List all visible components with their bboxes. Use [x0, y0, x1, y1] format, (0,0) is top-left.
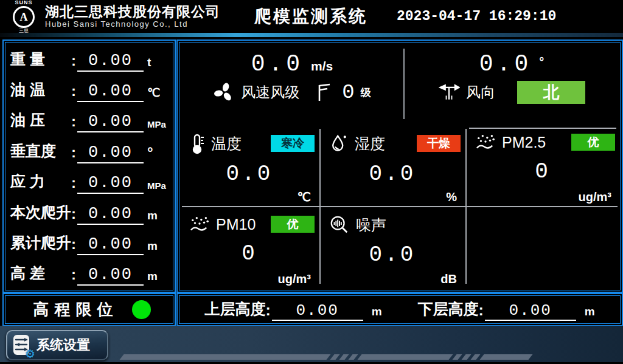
oil-pressure-value: 0.00 — [77, 112, 144, 132]
header-divider — [0, 33, 623, 37]
pm25-label: PM2.5 — [502, 134, 546, 151]
datetime-display: 2023-04-17 16:29:10 — [397, 9, 556, 24]
metric-row-height-diff: 高 差: 0.00 m — [10, 263, 168, 286]
metric-row-current-climb: 本次爬升: 0.00 m — [10, 202, 168, 225]
lower-height-value: 0.00 — [485, 301, 576, 321]
sensor-cell-pm10: PM10 优 0 ug/m³ — [181, 208, 318, 287]
wind-direction-badge: 北 — [517, 81, 585, 104]
metric-row-weight: 重 量: 0.00 t — [10, 49, 168, 72]
pm10-unit: ug/m³ — [278, 272, 311, 286]
pm10-label: PM10 — [216, 216, 256, 233]
pm10-value: 0 — [181, 241, 318, 266]
fan-icon — [213, 81, 235, 103]
metrics-panel: 重 量: 0.00 t 油 温: 0.00 ℃ 油 压: 0.00 MPa 垂直… — [2, 39, 176, 293]
settings-sliders-icon: ⚙ — [12, 334, 32, 356]
metric-row-oil-temp: 油 温: 0.00 ℃ — [10, 80, 168, 102]
lower-height-label: 下层高度 — [417, 299, 478, 321]
total-climb-value: 0.00 — [77, 235, 144, 255]
humidity-status-badge: 干燥 — [417, 135, 461, 152]
metric-row-verticality: 垂直度: 0.00 ° — [10, 141, 168, 163]
metric-row-stress: 应 力: 0.00 MPa — [10, 171, 168, 194]
sensor-cell-noise: 噪声 0.0 dB — [321, 208, 464, 287]
current-climb-value: 0.00 — [77, 205, 144, 225]
upper-height-value: 0.00 — [272, 301, 363, 321]
wind-level-flag-icon — [314, 82, 332, 103]
footer-stripe — [122, 354, 531, 360]
wind-level-value: 0 — [342, 81, 354, 104]
oil-temp-unit: ℃ — [147, 87, 168, 102]
page-title: 爬模监测系统 — [254, 5, 367, 28]
upper-height-group: 上层高度 : 0.00 m — [204, 299, 381, 321]
wind-level-unit: 级 — [361, 86, 371, 100]
sensor-cell-humidity: 湿度 干燥 0.0 % — [321, 126, 464, 205]
noise-meter-icon — [329, 215, 350, 235]
height-diff-value: 0.00 — [77, 266, 144, 286]
wind-vane-icon — [438, 82, 460, 103]
lower-height-group: 下层高度 : 0.00 m — [417, 299, 594, 321]
wind-speed-value: 0.0 — [251, 51, 304, 77]
footer-bar: ⚙ 系统设置 — [0, 326, 623, 362]
metric-row-total-climb: 累计爬升: 0.00 m — [10, 233, 168, 255]
thermometer-icon — [189, 132, 205, 154]
metric-row-oil-pressure: 油 压: 0.00 MPa — [10, 110, 168, 132]
pm10-status-badge: 优 — [271, 216, 315, 233]
sensor-grid: 温度 寒冷 0.0 ℃ — [181, 124, 619, 289]
heights-panel: 上层高度 : 0.00 m 下层高度 : 0.00 m — [176, 293, 623, 326]
temperature-unit: ℃ — [298, 190, 311, 204]
system-settings-label: 系统设置 — [37, 336, 90, 354]
pm25-unit: ug/m³ — [579, 190, 611, 204]
temperature-label: 温度 — [211, 134, 242, 154]
wind-direction-label: 风向 — [466, 83, 495, 102]
verticality-value: 0.00 — [77, 143, 144, 163]
oil-pressure-unit: MPa — [147, 120, 168, 132]
system-settings-button[interactable]: ⚙ 系统设置 — [6, 330, 108, 360]
company-logo: SUNS A 三思 — [6, 0, 41, 33]
wind-direction-value: 0.0 — [479, 51, 532, 77]
elevation-limit-status-light — [132, 300, 151, 319]
company-name-en: Hubei Sansi Technology Co., Ltd — [45, 20, 220, 29]
sensor-cell-temperature: 温度 寒冷 0.0 ℃ — [181, 126, 318, 205]
app-window: SUNS A 三思 湖北三思科技股份有限公司 Hubei Sansi Techn… — [0, 0, 623, 364]
humidity-value: 0.0 — [321, 162, 464, 187]
pm25-status-badge: 优 — [571, 134, 615, 151]
particles-icon — [189, 215, 210, 234]
weight-value: 0.00 — [77, 52, 144, 72]
grid-divider-horizontal — [182, 206, 618, 207]
verticality-unit: ° — [147, 145, 168, 163]
logo-circle-icon: A — [13, 6, 35, 28]
lower-height-unit: m — [585, 305, 595, 321]
droplet-icon — [329, 132, 349, 154]
stress-value: 0.00 — [77, 174, 144, 194]
noise-unit: dB — [440, 272, 457, 286]
height-diff-unit: m — [147, 270, 168, 286]
company-name-cn: 湖北三思科技股份有限公司 — [45, 4, 220, 19]
company-name-block: 湖北三思科技股份有限公司 Hubei Sansi Technology Co.,… — [45, 4, 220, 29]
environment-panel: 0.0 m/s — [176, 39, 623, 293]
noise-value: 0.0 — [321, 242, 464, 267]
total-climb-unit: m — [147, 240, 168, 255]
wind-direction-unit: ° — [539, 55, 544, 69]
temperature-status-badge: 寒冷 — [271, 135, 315, 152]
elevation-limit-panel: 高程限位 — [2, 293, 176, 326]
elevation-limit-label: 高程限位 — [28, 299, 119, 320]
temperature-value: 0.0 — [181, 162, 318, 187]
stress-unit: MPa — [147, 181, 168, 194]
header-bar: SUNS A 三思 湖北三思科技股份有限公司 Hubei Sansi Techn… — [0, 0, 623, 33]
upper-height-label: 上层高度 — [204, 299, 265, 321]
pm25-value: 0 — [467, 159, 619, 184]
wind-speed-section: 0.0 m/s — [181, 44, 403, 124]
wind-direction-section: 0.0 ° — [405, 44, 619, 124]
wind-row: 0.0 m/s — [181, 44, 619, 124]
sensor-cell-empty — [467, 208, 619, 287]
wind-speed-unit: m/s — [311, 59, 333, 74]
upper-height-unit: m — [372, 305, 382, 321]
humidity-label: 湿度 — [355, 134, 385, 154]
particles-icon — [475, 132, 496, 152]
gear-icon: ⚙ — [25, 348, 35, 360]
humidity-unit: % — [446, 190, 457, 204]
logo-top-text: SUNS — [15, 0, 32, 5]
oil-temp-value: 0.00 — [77, 82, 144, 102]
weight-unit: t — [147, 57, 168, 72]
wind-speed-label: 风速风级 — [241, 83, 299, 102]
noise-label: 噪声 — [356, 215, 386, 235]
